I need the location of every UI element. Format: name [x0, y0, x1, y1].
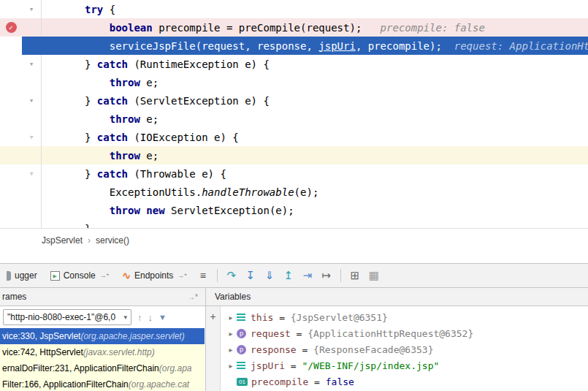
code-line[interactable]: ▿ } catch (IOException e) {	[0, 128, 588, 146]
tab-endpoints[interactable]: ∿ Endpoints →*	[115, 264, 194, 287]
tab-options-icon[interactable]: →*	[100, 272, 110, 279]
add-watch-icon[interactable]: +	[210, 311, 215, 322]
variable-row[interactable]: ▸jspUri = "/WEB-INF/jsp/index.jsp"	[221, 357, 588, 373]
gutter-breakpoint-area[interactable]	[0, 110, 22, 128]
tree-expand-icon[interactable]: ▸	[225, 346, 237, 354]
code-line[interactable]: ▾ } catch (RuntimeException e) {	[0, 55, 588, 73]
gutter-fold-area[interactable]: ▾	[22, 0, 42, 18]
tree-expand-icon[interactable]: ▸	[225, 330, 237, 338]
gutter-fold-area[interactable]	[22, 183, 42, 201]
code-line[interactable]: ▾ } catch (ServletException e) {	[0, 91, 588, 110]
gutter-breakpoint-area[interactable]	[0, 0, 22, 18]
filter-icon[interactable]: ▼	[159, 313, 167, 322]
code-line[interactable]: }	[0, 219, 588, 228]
fold-marker-icon[interactable]: ▾	[29, 96, 34, 105]
next-frame-icon[interactable]: ↓	[148, 312, 153, 323]
gutter-fold-area[interactable]	[22, 201, 42, 219]
code-editor[interactable]: ▾ try {✓ boolean precompile = preCompile…	[0, 0, 588, 228]
run-to-cursor-icon[interactable]: ↦	[317, 267, 336, 284]
breakpoint-icon[interactable]: ✓	[6, 22, 17, 33]
variables-tree: ▸this = {JspServlet@6351}▸prequest = {Ap…	[221, 306, 588, 391]
breadcrumb-item-method[interactable]: service()	[96, 235, 129, 246]
code-line[interactable]: ▾ try {	[0, 0, 588, 18]
variable-row[interactable]: ▸this = {JspServlet@6351}	[221, 309, 588, 325]
fold-marker-icon[interactable]: ▾	[29, 60, 34, 68]
layout-grid-icon[interactable]: ▦	[364, 267, 383, 284]
tab-console[interactable]: ▶ Console →*	[44, 264, 116, 287]
stack-frame-row[interactable]: Filter:166, ApplicationFilterChain (org.…	[0, 376, 205, 391]
step-into-icon[interactable]: ↧	[241, 267, 260, 284]
gutter-fold-area[interactable]	[22, 219, 42, 228]
code-line-text: ExceptionUtils.handleThrowable(e);	[42, 186, 588, 198]
tree-expand-icon[interactable]: ▸	[225, 362, 237, 370]
code-token: ExceptionUtils.	[42, 186, 202, 198]
code-line[interactable]: throw e;	[0, 73, 588, 91]
gutter-fold-area[interactable]	[22, 37, 42, 55]
gutter-breakpoint-area[interactable]	[0, 91, 22, 110]
parameter-icon: p	[237, 345, 246, 354]
variable-name: precompile	[251, 376, 308, 387]
thread-selector-row: "http-nio-8080-exec-1"@6,0 ▾ ↑ ↓ ▼	[0, 306, 205, 328]
variable-row[interactable]: 01precompile = false	[221, 373, 588, 390]
gutter-fold-area[interactable]	[22, 110, 42, 128]
previous-frame-icon[interactable]: ↑	[137, 312, 142, 323]
gutter-breakpoint-area[interactable]	[0, 128, 22, 146]
gutter-fold-area[interactable]: ▾	[22, 55, 42, 73]
code-line[interactable]: ✓ boolean precompile = preCompile(reques…	[0, 18, 588, 37]
gutter-fold-area[interactable]: ▾	[22, 91, 42, 110]
gutter-breakpoint-area[interactable]	[0, 73, 22, 91]
variable-value: {ApplicationHttpRequest@6352}	[308, 328, 473, 339]
code-token: }	[42, 132, 97, 143]
stack-frame-row[interactable]: vice:742, HttpServlet (javax.servlet.htt…	[0, 344, 205, 360]
step-over-icon[interactable]: ↷	[222, 267, 241, 284]
code-token: catch	[97, 58, 128, 70]
code-token: throw	[110, 77, 140, 88]
tree-expand-icon[interactable]: ▸	[225, 314, 237, 322]
primitive-icon: 01	[237, 378, 248, 386]
gutter-breakpoint-area[interactable]	[0, 55, 22, 73]
code-line[interactable]: throw e;	[0, 110, 588, 128]
code-line[interactable]: throw e;	[0, 146, 588, 164]
gutter-fold-area[interactable]	[22, 73, 42, 91]
gutter-breakpoint-area[interactable]	[0, 219, 22, 228]
pin-icon[interactable]: →*	[188, 293, 198, 301]
drop-frame-icon[interactable]: ⇥	[298, 267, 317, 284]
fold-marker-icon[interactable]: ▿	[29, 170, 34, 178]
gutter-fold-area[interactable]	[22, 146, 42, 164]
code-line[interactable]: throw new ServletException(e);	[0, 201, 588, 219]
code-token: request: ApplicationHttpRe	[454, 40, 588, 52]
stack-frame-row[interactable]: ernalDoFilter:231, ApplicationFilterChai…	[0, 360, 205, 376]
gutter-breakpoint-area[interactable]	[0, 146, 22, 164]
gutter-breakpoint-area[interactable]	[0, 201, 22, 219]
tab-debugger[interactable]: ugger	[0, 264, 44, 287]
fold-marker-icon[interactable]: ▾	[29, 5, 34, 13]
gutter-fold-area[interactable]: ▿	[22, 164, 42, 183]
stack-frame-row[interactable]: vice:330, JspServlet (org.apache.jasper.…	[0, 328, 205, 344]
gutter-fold-area[interactable]	[22, 18, 42, 37]
variable-row[interactable]: ▸presponse = {ResponseFacade@6353}	[221, 341, 588, 357]
gutter-breakpoint-area[interactable]	[0, 164, 22, 183]
tab-options-icon[interactable]: →*	[177, 272, 187, 279]
code-token: catch	[97, 168, 128, 180]
code-token: (ServletException e) {	[128, 95, 270, 107]
code-line-text: boolean precompile = preCompile(request)…	[42, 22, 588, 34]
fold-marker-icon[interactable]: ▿	[29, 133, 34, 141]
gutter-breakpoint-area[interactable]	[0, 183, 22, 201]
variable-row[interactable]: ▸prequest = {ApplicationHttpRequest@6352…	[221, 325, 588, 341]
gutter-breakpoint-area[interactable]: ✓	[0, 18, 22, 37]
code-line[interactable]: serviceJspFile(request, response, jspUri…	[0, 37, 588, 55]
code-line[interactable]: ▿ } catch (Throwable e) {	[0, 164, 588, 183]
gutter-breakpoint-area[interactable]	[0, 37, 22, 55]
code-line[interactable]: ExceptionUtils.handleThrowable(e);	[0, 183, 588, 201]
variable-value: "/WEB-INF/jsp/index.jsp"	[302, 360, 439, 371]
breadcrumb-item-class[interactable]: JspServlet	[42, 235, 83, 246]
menu-icon[interactable]: ≡	[194, 267, 213, 284]
step-out-icon[interactable]: ↥	[279, 267, 298, 284]
gutter-fold-area[interactable]: ▿	[22, 128, 42, 146]
force-step-into-icon[interactable]: ⇓	[260, 267, 279, 284]
toolbar-separator	[217, 269, 218, 282]
code-token	[42, 150, 110, 162]
evaluate-expression-icon[interactable]: ⊞	[345, 267, 364, 284]
equals-text: =	[273, 312, 290, 323]
thread-dropdown[interactable]: "http-nio-8080-exec-1"@6,0 ▾	[3, 309, 131, 325]
